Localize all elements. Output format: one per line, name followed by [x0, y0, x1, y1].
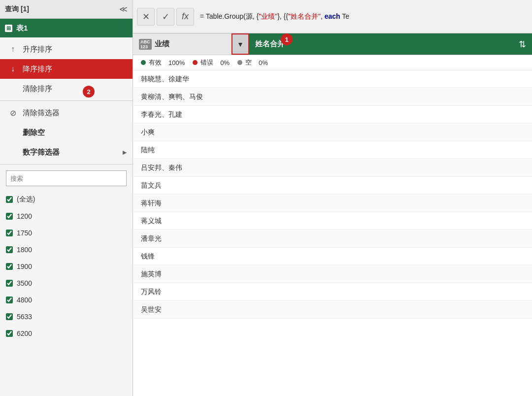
- query-title: 查询 [1]: [5, 5, 29, 14]
- sort-desc-icon: ↓: [8, 65, 18, 73]
- formula-bar: ✕ ✓ fx = Table.Group(源, {"业绩"}, {{"姓名合并"…: [133, 0, 532, 33]
- table-row: 施英博: [133, 265, 532, 283]
- stats-row: 有效100%错误0%空0%: [133, 55, 532, 70]
- query-header: 查询 [1] ≪: [0, 0, 133, 19]
- col-mc-label: 姓名合并: [255, 39, 285, 49]
- left-panel: 查询 [1] ≪ ⊞ 表1 ↑ 升序排序 ↓ 降序排序 清除排序 ⊘ 清除筛选器…: [0, 0, 133, 396]
- stat-item: 错误0%: [193, 58, 230, 67]
- checkbox-label: 6200: [17, 330, 32, 337]
- checkbox-input[interactable]: [6, 297, 13, 303]
- checkbox-label: 3500: [17, 279, 32, 287]
- table-row: 李春光、孔建: [133, 106, 532, 124]
- checkbox-item[interactable]: 6200: [0, 325, 133, 342]
- checkbox-label: 5633: [17, 313, 32, 321]
- dropdown-icon: ▼: [237, 40, 244, 48]
- checkbox-label: 1900: [17, 263, 32, 270]
- clear-sort-label: 清除排序: [23, 84, 52, 94]
- checkbox-item[interactable]: 4800: [0, 292, 133, 308]
- table-row: 万风铃: [133, 283, 532, 301]
- sort-asc-item[interactable]: ↑ 升序排序: [0, 39, 133, 59]
- checkbox-label: 1800: [17, 246, 32, 254]
- checkbox-item[interactable]: 1900: [0, 258, 133, 275]
- menu-section: ↑ 升序排序 ↓ 降序排序 清除排序 ⊘ 清除筛选器 删除空 数字筛选器: [0, 39, 133, 343]
- sort-desc-label: 降序排序: [23, 65, 52, 74]
- checkbox-input[interactable]: [6, 213, 13, 220]
- checkbox-item[interactable]: 3500: [0, 275, 133, 292]
- sort-asc-label: 升序排序: [23, 45, 52, 54]
- data-rows-container: 韩晓慧、徐建华黄柳清、爽鸭、马俊李春光、孔建小爽陆纯吕安邦、秦伟苗文兵蒋轩海蒋义…: [133, 70, 532, 319]
- right-panel: ABC123 业绩 ▼ 姓名合并 ⇅ 有效100%错误0%空0% 韩晓慧、徐建华…: [133, 33, 532, 396]
- table-row: 小爽: [133, 124, 532, 141]
- checkbox-item[interactable]: 1200: [0, 208, 133, 225]
- table-row: 韩晓慧、徐建华: [133, 70, 532, 88]
- table-row: 蒋义城: [133, 212, 532, 230]
- menu-divider-2: [0, 164, 133, 165]
- stat-pct: 100%: [168, 59, 185, 66]
- confirm-button[interactable]: ✓: [157, 8, 174, 26]
- col-yj-type-icon: ABC123: [139, 39, 152, 50]
- badge-2: 2: [83, 86, 95, 98]
- stat-dot: [141, 60, 146, 65]
- col-yj-label: 业绩: [155, 39, 169, 49]
- table-row: 潘章光: [133, 230, 532, 248]
- table-row: 苗文兵: [133, 177, 532, 195]
- table-row: 吴世安: [133, 301, 532, 319]
- stat-label: 空: [245, 58, 252, 67]
- stat-pct: 0%: [220, 59, 230, 66]
- checkbox-item[interactable]: 1800: [0, 241, 133, 258]
- table-row: 黄柳清、爽鸭、马俊: [133, 88, 532, 106]
- clear-sort-item[interactable]: 清除排序: [0, 79, 133, 99]
- checkbox-item[interactable]: 1750: [0, 225, 133, 241]
- col-yj-header: ABC123 业绩: [133, 33, 232, 55]
- formula-text: = Table.Group(源, {"业绩"}, {{"姓名合并", each …: [196, 12, 528, 21]
- checkbox-input[interactable]: [6, 263, 13, 270]
- checkbox-input[interactable]: [6, 313, 13, 320]
- dropdown-button[interactable]: ▼: [232, 33, 249, 55]
- sort-desc-item[interactable]: ↓ 降序排序: [0, 59, 133, 79]
- clear-filter-label: 清除筛选器: [23, 108, 60, 118]
- col-mc-sort-icon[interactable]: ⇅: [519, 39, 526, 50]
- checkbox-item[interactable]: (全选): [0, 191, 133, 208]
- table-header: ABC123 业绩 ▼ 姓名合并 ⇅: [133, 33, 532, 55]
- checkbox-label: (全选): [17, 195, 35, 204]
- checkbox-input[interactable]: [6, 196, 13, 203]
- badge-1: 1: [281, 33, 293, 45]
- stat-dot: [237, 60, 242, 65]
- search-section: [0, 166, 133, 190]
- menu-divider-1: [0, 100, 133, 101]
- table-row: 蒋轩海: [133, 195, 532, 212]
- stat-dot: [193, 60, 198, 65]
- checkbox-label: 4800: [17, 296, 32, 304]
- cancel-icon: ✕: [142, 11, 150, 22]
- checkbox-input[interactable]: [6, 330, 13, 337]
- checkbox-label: 1200: [17, 212, 32, 220]
- stat-label: 错误: [200, 58, 213, 67]
- checkbox-input[interactable]: [6, 230, 13, 236]
- table-name: 表1: [16, 24, 28, 33]
- stat-label: 有效: [149, 58, 162, 67]
- fx-button[interactable]: fx: [176, 8, 194, 26]
- checkbox-list: (全选)12001750180019003500480056336200: [0, 190, 133, 343]
- fx-icon: fx: [182, 11, 189, 22]
- table-row: 钱锋: [133, 248, 532, 265]
- checkbox-item[interactable]: 5633: [0, 308, 133, 325]
- search-input[interactable]: [6, 170, 127, 186]
- confirm-icon: ✓: [162, 11, 169, 22]
- table-icon: ⊞: [5, 25, 12, 32]
- number-filter-label: 数字筛选器: [23, 148, 60, 157]
- clear-filter-icon: ⊘: [8, 108, 18, 118]
- stat-pct: 0%: [259, 59, 268, 66]
- table-row: 陆纯: [133, 141, 532, 159]
- stat-item: 空0%: [237, 58, 268, 67]
- checkbox-label: 1750: [17, 229, 32, 237]
- number-filter-item[interactable]: 数字筛选器: [0, 142, 133, 162]
- cancel-button[interactable]: ✕: [137, 8, 155, 26]
- stat-item: 有效100%: [141, 58, 185, 67]
- table-item[interactable]: ⊞ 表1: [0, 19, 133, 37]
- checkbox-input[interactable]: [6, 280, 13, 287]
- delete-empty-item[interactable]: 删除空: [0, 123, 133, 142]
- collapse-button[interactable]: ≪: [119, 4, 128, 14]
- delete-empty-label: 删除空: [23, 128, 45, 137]
- checkbox-input[interactable]: [6, 246, 13, 253]
- clear-filter-item[interactable]: ⊘ 清除筛选器: [0, 103, 133, 123]
